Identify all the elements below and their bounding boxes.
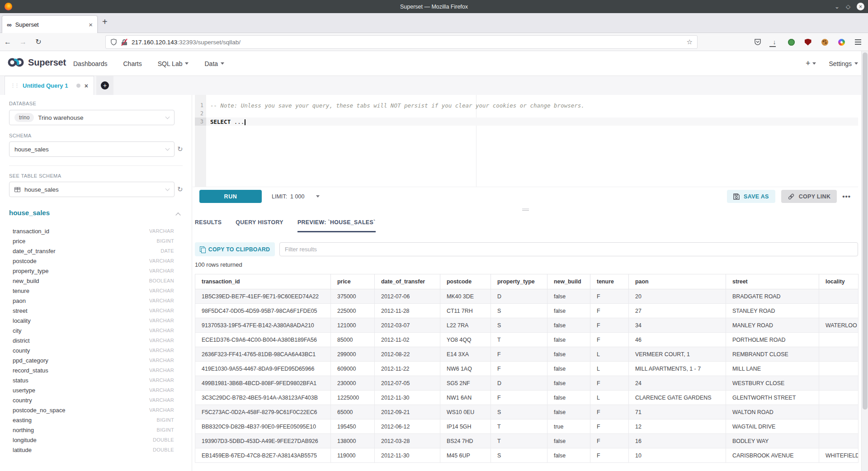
superset-infinity-icon [7, 57, 24, 68]
cell-property-type: F [491, 391, 547, 405]
cell-new-build: false [547, 289, 590, 304]
tab-query-history[interactable]: QUERY HISTORY [236, 219, 283, 232]
schema-column-row: postcode VARCHAR [9, 256, 183, 266]
column-type: VARCHAR [149, 258, 174, 264]
bookmark-star-icon[interactable]: ☆ [687, 38, 693, 46]
refresh-table-icon[interactable]: ↻ [177, 186, 183, 193]
superset-logo[interactable]: Superset [7, 57, 66, 68]
reload-icon[interactable]: ↻ [31, 38, 46, 46]
schema-select[interactable]: house_sales [9, 141, 175, 157]
query-tab[interactable]: ⋮⋮ Untitled Query 1 × [5, 76, 94, 95]
cell-property-type: S [491, 405, 547, 419]
table-row: 2636F323-FF41-4765-81DB-98CAA6A43BC1 299… [195, 347, 859, 362]
refresh-schema-icon[interactable]: ↻ [177, 146, 183, 152]
column-type: VARCHAR [149, 377, 174, 383]
schema-column-row: tenure VARCHAR [9, 286, 183, 296]
divider [9, 165, 183, 166]
nav-dashboards[interactable]: Dashboards [73, 60, 108, 67]
new-tab-button[interactable]: + [102, 17, 108, 27]
plus-circle-icon[interactable]: + [101, 81, 109, 89]
cell-price: 85000 [331, 333, 375, 347]
copy-link-button[interactable]: COPY LINK [781, 190, 837, 203]
url-text[interactable]: 217.160.120.143:32393/superset/sqllab/ [132, 39, 683, 46]
column-header[interactable]: property_type [491, 274, 547, 289]
nav-data[interactable]: Data [204, 60, 224, 67]
menu-icon[interactable] [854, 38, 862, 46]
containers-icon[interactable] [838, 38, 845, 46]
tab-preview-house-sales[interactable]: PREVIEW: `HOUSE_SALES` [297, 219, 376, 232]
column-header[interactable]: tenure [590, 274, 629, 289]
sql-editor[interactable]: 1 -- Note: Unless you save your query, t… [193, 95, 858, 187]
column-header[interactable]: locality [819, 274, 859, 289]
nav-charts[interactable]: Charts [123, 60, 142, 67]
table-select[interactable]: house_sales [9, 182, 175, 197]
cell-street: WESTBURY CLOSE [726, 376, 819, 391]
superset-favicon-icon: ∞ [7, 21, 12, 28]
column-header[interactable]: transaction_id [195, 274, 331, 289]
cell-new-build: false [547, 376, 590, 391]
forward-icon[interactable]: → [15, 38, 31, 46]
schema-column-row: status VARCHAR [9, 375, 183, 385]
database-select[interactable]: trino Trino warehouse [9, 110, 175, 125]
extension-icon[interactable] [788, 38, 795, 46]
schema-column-row: county VARCHAR [9, 345, 183, 355]
scrollbar-thumb[interactable] [863, 52, 868, 410]
cell-paon: 20 [629, 289, 726, 304]
more-options-button[interactable]: ••• [842, 193, 851, 200]
cell-tenure: F [590, 333, 629, 347]
window-maximize-icon[interactable]: ◇ [846, 4, 850, 9]
cell-property-type: T [491, 419, 547, 434]
query-tab-close-icon[interactable]: × [85, 82, 88, 89]
cell-property-type: S [491, 448, 547, 463]
column-header[interactable]: price [331, 274, 375, 289]
cell-price: 609000 [331, 362, 375, 376]
pocket-icon[interactable] [754, 38, 761, 46]
column-header[interactable]: paon [629, 274, 726, 289]
window-minimize-icon[interactable]: ⌄ [835, 4, 840, 9]
cookie-icon[interactable] [821, 38, 828, 46]
filter-results-input[interactable] [279, 242, 858, 256]
cell-new-build: false [547, 333, 590, 347]
save-as-button[interactable]: SAVE AS [727, 190, 775, 203]
schema-column-row: latitude DOUBLE [9, 445, 183, 455]
cell-street: REMBRANDT CLOSE [726, 347, 819, 362]
column-header[interactable]: street [726, 274, 819, 289]
new-item-button[interactable]: + [806, 59, 816, 68]
cell-date-of-transfer: 2012-11-30 [375, 448, 440, 463]
cell-tenure: F [590, 318, 629, 333]
column-name: ppd_category [13, 357, 149, 364]
ublock-icon[interactable] [804, 38, 811, 46]
window-close-icon[interactable]: × [857, 3, 864, 10]
collapse-chevron-up-icon[interactable] [175, 212, 180, 217]
table-row: 419E1030-9A55-4467-8DA9-9FED95D65966 609… [195, 362, 859, 376]
column-header[interactable]: date_of_transfer [375, 274, 440, 289]
page-scrollbar[interactable] [861, 51, 868, 471]
cell-price: 225000 [331, 304, 375, 318]
settings-menu[interactable]: Settings [829, 60, 858, 67]
cell-street: MANLEY ROAD [726, 318, 819, 333]
cell-postcode: CT11 7RH [440, 304, 491, 318]
browser-tab[interactable]: ∞ Superset × [2, 15, 98, 33]
insecure-lock-icon[interactable] [121, 39, 127, 46]
run-button[interactable]: RUN [199, 190, 262, 203]
schema-column-row: ppd_category VARCHAR [9, 355, 183, 365]
tab-close-icon[interactable]: × [89, 21, 93, 28]
back-icon[interactable]: ← [0, 38, 15, 46]
add-query-tab[interactable]: + [96, 76, 113, 95]
drag-grip-icon[interactable]: ⋮⋮ [10, 83, 19, 89]
column-header[interactable]: postcode [440, 274, 491, 289]
line-number: 1 [195, 101, 206, 109]
url-field[interactable]: 217.160.120.143:32393/superset/sqllab/ ☆ [105, 35, 698, 49]
limit-dropdown[interactable]: LIMIT: 1 000 [272, 193, 320, 200]
tab-results[interactable]: RESULTS [195, 219, 222, 232]
column-header[interactable]: new_build [547, 274, 590, 289]
copy-to-clipboard-button[interactable]: COPY TO CLIPBOARD [195, 242, 275, 256]
nav-sql-lab[interactable]: SQL Lab [158, 60, 189, 67]
table-schema-label: SEE TABLE SCHEMA [9, 173, 61, 179]
cell-paon: 24 [629, 376, 726, 391]
downloads-icon[interactable]: ↓ [771, 38, 778, 46]
shield-icon[interactable] [110, 38, 117, 46]
chevron-down-icon [221, 62, 224, 65]
panel-resize-handle[interactable] [193, 206, 858, 213]
cell-date-of-transfer: 2012-06-12 [375, 419, 440, 434]
